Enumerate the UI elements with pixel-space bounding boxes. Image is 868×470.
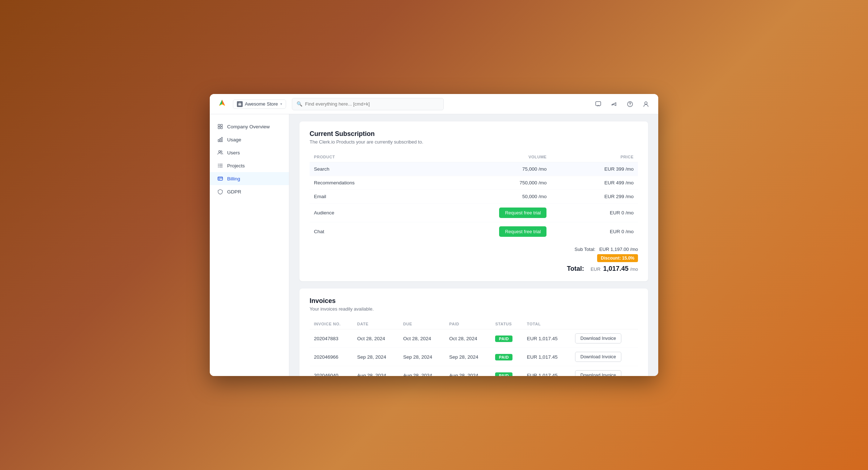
col-volume: VOLUME bbox=[423, 152, 551, 162]
sidebar-item-gdpr[interactable]: GDPR bbox=[210, 185, 289, 198]
invoice-paid: Oct 28, 2024 bbox=[445, 329, 491, 348]
svg-rect-9 bbox=[218, 140, 219, 142]
status-badge: PAID bbox=[495, 354, 512, 360]
invoice-paid: Sep 28, 2024 bbox=[445, 348, 491, 366]
sidebar-item-users[interactable]: Users bbox=[210, 146, 289, 159]
product-name: Audience bbox=[310, 204, 423, 222]
download-invoice-button[interactable]: Download Invoice bbox=[575, 333, 622, 343]
sidebar-item-label: Users bbox=[227, 150, 240, 155]
product-price: EUR 0 /mo bbox=[551, 204, 638, 222]
search-input[interactable] bbox=[305, 101, 439, 107]
invoice-date: Sep 28, 2024 bbox=[353, 348, 399, 366]
svg-rect-7 bbox=[218, 127, 220, 129]
sub-total-value: EUR 1,197.00 /mo bbox=[599, 247, 638, 252]
announcements-icon[interactable] bbox=[609, 99, 619, 109]
col-price: PRICE bbox=[551, 152, 638, 162]
total-per: /mo bbox=[630, 266, 638, 272]
invoice-action: Download Invoice bbox=[571, 329, 638, 348]
sidebar-item-billing[interactable]: Billing bbox=[210, 172, 289, 185]
feedback-icon[interactable] bbox=[593, 99, 603, 109]
invoice-action: Download Invoice bbox=[571, 348, 638, 366]
invoice-due: Oct 28, 2024 bbox=[399, 329, 445, 348]
invoices-table: INVOICE NO. DATE DUE PAID STATUS TOTAL 2… bbox=[310, 319, 638, 376]
col-status: STATUS bbox=[491, 319, 522, 329]
user-icon[interactable] bbox=[641, 99, 651, 109]
invoice-status: PAID bbox=[491, 348, 522, 366]
sidebar-item-label: Usage bbox=[227, 137, 241, 142]
table-row: Recommendations750,000 /moEUR 499 /mo bbox=[310, 176, 638, 190]
invoice-status: PAID bbox=[491, 329, 522, 348]
store-icon bbox=[237, 101, 243, 107]
invoice-date: Aug 28, 2024 bbox=[353, 366, 399, 376]
svg-point-12 bbox=[219, 151, 221, 153]
invoice-invoice_no: 202046966 bbox=[310, 348, 353, 366]
product-volume: Request free trial bbox=[423, 222, 551, 241]
sub-total-label: Sub Total: bbox=[575, 247, 596, 252]
table-row: AudienceRequest free trialEUR 0 /mo bbox=[310, 204, 638, 222]
svg-rect-20 bbox=[218, 177, 223, 180]
svg-rect-6 bbox=[221, 124, 222, 126]
download-invoice-button[interactable]: Download Invoice bbox=[575, 370, 622, 376]
col-product: PRODUCT bbox=[310, 152, 423, 162]
product-price: EUR 0 /mo bbox=[551, 222, 638, 241]
logo-icon bbox=[217, 98, 227, 110]
sidebar-item-label: Company Overview bbox=[227, 124, 270, 129]
sidebar-item-projects[interactable]: Projects bbox=[210, 159, 289, 172]
building-icon bbox=[217, 123, 224, 130]
sidebar-item-label: Projects bbox=[227, 163, 245, 168]
sub-totals: Sub Total: EUR 1,197.00 /mo Discount: 15… bbox=[310, 247, 638, 273]
product-volume: 750,000 /mo bbox=[423, 176, 551, 190]
download-invoice-button[interactable]: Download Invoice bbox=[575, 352, 622, 362]
invoice-total: EUR 1,017.45 bbox=[523, 348, 571, 366]
invoice-total: EUR 1,017.45 bbox=[523, 366, 571, 376]
table-row: 202046040Aug 28, 2024Aug 28, 2024Aug 28,… bbox=[310, 366, 638, 376]
svg-point-4 bbox=[645, 102, 647, 104]
credit-card-icon bbox=[217, 175, 224, 182]
sidebar-item-usage[interactable]: Usage bbox=[210, 133, 289, 146]
top-nav: Awesome Store ▾ 🔍 bbox=[210, 94, 658, 114]
content-area: Current Subscription The Clerk.io Produc… bbox=[289, 114, 658, 376]
svg-rect-22 bbox=[219, 179, 220, 180]
users-icon bbox=[217, 149, 224, 156]
chevron-down-icon: ▾ bbox=[280, 102, 282, 106]
col-date: DATE bbox=[353, 319, 399, 329]
col-invoice-no: INVOICE NO. bbox=[310, 319, 353, 329]
table-row: Email50,000 /moEUR 299 /mo bbox=[310, 190, 638, 204]
total-label: Total: bbox=[567, 265, 584, 272]
search-icon: 🔍 bbox=[297, 101, 302, 107]
invoice-paid: Aug 28, 2024 bbox=[445, 366, 491, 376]
request-free-trial-button[interactable]: Request free trial bbox=[499, 208, 546, 218]
subscription-table: PRODUCT VOLUME PRICE Search75,000 /moEUR… bbox=[310, 152, 638, 241]
invoice-date: Oct 28, 2024 bbox=[353, 329, 399, 348]
invoice-total: EUR 1,017.45 bbox=[523, 329, 571, 348]
request-free-trial-button[interactable]: Request free trial bbox=[499, 226, 546, 237]
help-icon[interactable] bbox=[625, 99, 635, 109]
nav-icons bbox=[593, 99, 651, 109]
sidebar-item-label: GDPR bbox=[227, 189, 241, 195]
product-name: Search bbox=[310, 162, 423, 176]
product-name: Chat bbox=[310, 222, 423, 241]
invoice-invoice_no: 202047883 bbox=[310, 329, 353, 348]
shield-icon bbox=[217, 188, 224, 195]
invoice-status: PAID bbox=[491, 366, 522, 376]
search-bar[interactable]: 🔍 bbox=[292, 98, 444, 110]
table-row: ChatRequest free trialEUR 0 /mo bbox=[310, 222, 638, 241]
svg-rect-10 bbox=[220, 138, 221, 142]
product-volume: 50,000 /mo bbox=[423, 190, 551, 204]
table-row: Search75,000 /moEUR 399 /mo bbox=[310, 162, 638, 176]
col-paid: PAID bbox=[445, 319, 491, 329]
svg-point-3 bbox=[630, 105, 630, 106]
product-name: Recommendations bbox=[310, 176, 423, 190]
invoices-subtitle: Your invoices readily available. bbox=[310, 306, 638, 312]
total-row: Total: EUR 1,017.45 /mo bbox=[310, 265, 638, 273]
store-selector[interactable]: Awesome Store ▾ bbox=[233, 99, 286, 109]
product-price: EUR 299 /mo bbox=[551, 190, 638, 204]
status-badge: PAID bbox=[495, 372, 512, 376]
table-row: 202046966Sep 28, 2024Sep 28, 2024Sep 28,… bbox=[310, 348, 638, 366]
svg-rect-0 bbox=[238, 103, 241, 106]
store-name: Awesome Store bbox=[245, 101, 278, 107]
invoice-invoice_no: 202046040 bbox=[310, 366, 353, 376]
product-name: Email bbox=[310, 190, 423, 204]
product-price: EUR 399 /mo bbox=[551, 162, 638, 176]
sidebar-item-company-overview[interactable]: Company Overview bbox=[210, 120, 289, 133]
